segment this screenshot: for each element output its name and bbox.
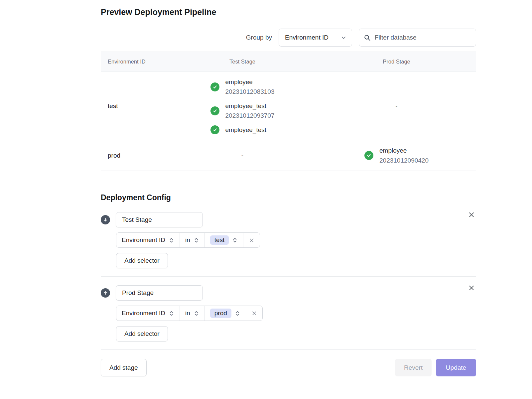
database-list: employee 20231012083103 employee_test 20…	[210, 72, 275, 140]
database-version: 20231012093707	[225, 111, 275, 120]
stage-config-prod: Environment ID in prod	[101, 285, 476, 341]
pipeline-table-header: Environment ID Test Stage Prod Stage	[101, 52, 476, 71]
stage-header	[101, 212, 476, 227]
test-stage-cell: employee 20231012083103 employee_test 20…	[168, 72, 317, 140]
remove-stage-button[interactable]	[467, 210, 476, 219]
add-stage-button[interactable]: Add stage	[101, 359, 147, 376]
table-row: prod - employee 20231012090420	[101, 140, 476, 171]
filter-database-search[interactable]	[359, 29, 476, 47]
database-name: employee_test	[225, 101, 275, 111]
empty-stage-placeholder: -	[241, 152, 243, 159]
stage-name-input[interactable]	[116, 212, 203, 227]
test-stage-cell: -	[168, 140, 317, 171]
stage-name-input[interactable]	[116, 285, 203, 301]
footer-right-actions: Revert Update	[395, 359, 476, 376]
database-list: employee 20231012090420	[364, 140, 429, 171]
selector-value-select[interactable]: prod	[204, 306, 246, 321]
selector-operator-select[interactable]: in	[180, 306, 204, 321]
database-label: employee 20231012090420	[379, 146, 429, 165]
selector-value-badge: prod	[210, 309, 231, 318]
selector-key-select[interactable]: Environment ID	[116, 233, 180, 247]
selector-value-select[interactable]: test	[204, 233, 243, 247]
chevron-updown-icon	[235, 311, 240, 316]
group-by-label: Group by	[246, 34, 272, 41]
environment-id-cell: test	[101, 72, 168, 140]
selector-group: Environment ID in test	[116, 232, 260, 248]
success-check-icon	[364, 151, 373, 160]
success-check-icon	[210, 82, 219, 91]
database-version: 20231012083103	[225, 87, 275, 96]
remove-selector-button[interactable]	[243, 233, 260, 247]
footer-actions: Add stage Revert Update	[101, 359, 476, 376]
column-header-environment-id: Environment ID	[101, 52, 168, 71]
chevron-down-icon	[341, 35, 346, 41]
selector-group: Environment ID in prod	[116, 306, 263, 321]
chevron-updown-icon	[232, 237, 238, 243]
main-content: Preview Deployment Pipeline Group by Env…	[101, 0, 476, 396]
selector-operator-value: in	[185, 310, 190, 317]
filter-database-input[interactable]	[375, 34, 471, 41]
column-header-test-stage: Test Stage	[168, 52, 317, 71]
success-check-icon	[210, 106, 219, 115]
group-by-select[interactable]: Environment ID	[279, 29, 352, 47]
deployment-config-heading: Deployment Config	[101, 193, 476, 202]
selector-row: Environment ID in test	[116, 232, 476, 248]
group-by-value: Environment ID	[285, 34, 329, 41]
arrow-up-circle-icon	[101, 288, 110, 298]
bottom-divider	[101, 396, 476, 396]
table-row: test employee 20231012083103	[101, 71, 476, 140]
column-header-prod-stage: Prod Stage	[317, 52, 476, 71]
database-name: employee	[225, 77, 275, 87]
selector-operator-value: in	[185, 236, 190, 244]
selector-value-badge: test	[210, 235, 229, 245]
remove-stage-button[interactable]	[467, 283, 476, 293]
stage-divider	[101, 276, 476, 277]
chevron-updown-icon	[169, 311, 174, 316]
page-title: Preview Deployment Pipeline	[101, 7, 476, 17]
prod-stage-cell: employee 20231012090420	[317, 140, 476, 171]
stage-config-test: Environment ID in test	[101, 212, 476, 268]
pipeline-table: Environment ID Test Stage Prod Stage tes…	[101, 52, 476, 171]
table-controls: Group by Environment ID	[101, 29, 476, 47]
chevron-updown-icon	[194, 237, 199, 243]
arrow-down-circle-icon	[101, 215, 110, 224]
database-name: employee	[379, 146, 429, 155]
success-check-icon	[210, 125, 219, 134]
database-item[interactable]: employee 20231012090420	[364, 146, 429, 165]
database-label: employee_test 20231012093707	[225, 101, 275, 121]
database-item[interactable]: employee 20231012083103	[210, 77, 275, 97]
chevron-updown-icon	[169, 237, 174, 243]
search-icon	[364, 34, 371, 41]
database-name: employee_test	[225, 125, 267, 135]
update-button[interactable]: Update	[436, 359, 476, 376]
selector-key-value: Environment ID	[122, 310, 165, 317]
database-version: 20231012090420	[379, 156, 429, 165]
selector-key-value: Environment ID	[122, 236, 165, 244]
stage-header	[101, 285, 476, 301]
add-selector-button[interactable]: Add selector	[116, 326, 168, 341]
revert-button[interactable]: Revert	[395, 359, 432, 376]
environment-id-cell: prod	[101, 140, 168, 171]
chevron-updown-icon	[194, 311, 199, 316]
prod-stage-cell: -	[317, 72, 476, 140]
database-item[interactable]: employee_test 20231012093707	[210, 101, 275, 121]
empty-stage-placeholder: -	[395, 102, 397, 110]
footer-divider	[101, 349, 476, 350]
database-label: employee 20231012083103	[225, 77, 275, 97]
selector-key-select[interactable]: Environment ID	[116, 306, 180, 321]
add-selector-button[interactable]: Add selector	[116, 253, 168, 268]
remove-selector-button[interactable]	[246, 306, 262, 321]
selector-operator-select[interactable]: in	[180, 233, 204, 247]
selector-row: Environment ID in prod	[116, 306, 476, 321]
database-label: employee_test	[225, 125, 267, 135]
database-item[interactable]: employee_test	[210, 125, 275, 135]
